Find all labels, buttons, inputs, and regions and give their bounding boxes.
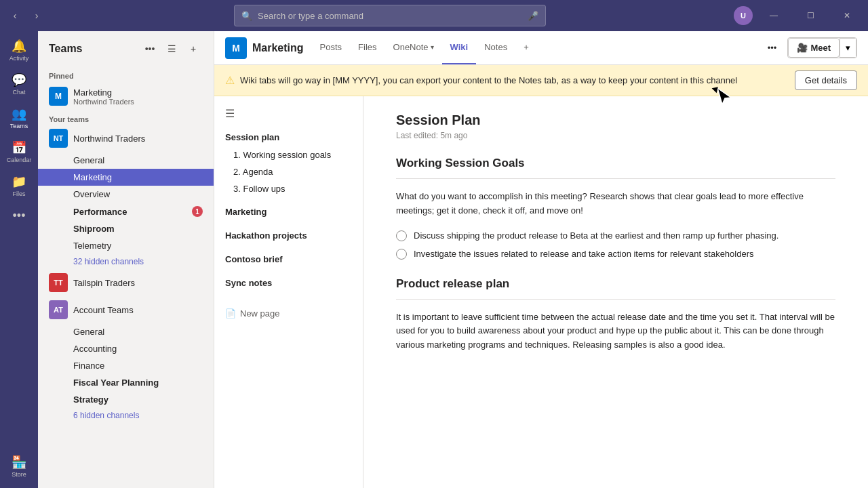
channel-account-general[interactable]: General xyxy=(38,323,214,340)
avatar[interactable]: U xyxy=(734,6,753,25)
channel-performance[interactable]: Performance 1 xyxy=(38,203,214,220)
team-account: AT Account Teams ••• General Accounting … xyxy=(38,296,214,423)
search-icon: 🔍 xyxy=(241,11,252,21)
wiki-section-title-session-plan[interactable]: Session plan xyxy=(214,128,363,146)
meet-button[interactable]: 🎥 Meet xyxy=(788,38,840,58)
titlebar: ‹ › 🔍 🎤 U — ☐ ✕ xyxy=(0,0,868,31)
channel-overview[interactable]: Overview xyxy=(38,186,214,203)
wiki-sidebar-header: ☰ xyxy=(214,102,363,125)
channel-finance[interactable]: Finance xyxy=(38,357,214,374)
warning-icon: ⚠ xyxy=(225,74,235,87)
meet-dropdown-button[interactable]: ▾ xyxy=(840,38,856,58)
channel-header-icon: M xyxy=(225,37,247,59)
sidebar-content: Pinned M Marketing Northwind Traders You… xyxy=(38,64,214,488)
channel-shiproom[interactable]: Shiproom xyxy=(38,220,214,237)
channel-accounting[interactable]: Accounting xyxy=(38,340,214,357)
your-teams-label: Your teams xyxy=(38,110,214,125)
maximize-button[interactable]: ☐ xyxy=(795,0,826,31)
activity-label: Activity xyxy=(9,55,29,62)
tab-onenote[interactable]: OneNote▾ xyxy=(385,31,442,64)
sidebar-item-store[interactable]: 🏪 Store xyxy=(3,450,35,483)
nav-rail: 🔔 Activity 💬 Chat 👥 Teams 📅 Calendar 📁 F… xyxy=(0,31,38,488)
channel-telemetry[interactable]: Telemetry xyxy=(38,237,214,254)
forward-button[interactable]: › xyxy=(27,6,46,25)
wiki-section-title-marketing[interactable]: Marketing xyxy=(214,203,363,221)
wiki-paragraph-product: It is important to leave sufficient time… xyxy=(396,310,835,352)
channel-general[interactable]: General xyxy=(38,152,214,169)
back-button[interactable]: ‹ xyxy=(5,6,24,25)
filter-button[interactable]: ☰ xyxy=(162,39,181,58)
sidebar-item-teams[interactable]: 👥 Teams xyxy=(3,102,35,134)
wiki-divider-2 xyxy=(396,299,835,300)
main-layout: 🔔 Activity 💬 Chat 👥 Teams 📅 Calendar 📁 F… xyxy=(0,31,868,488)
more-apps-button[interactable]: ••• xyxy=(3,203,35,228)
meet-button-group: 🎥 Meet ▾ xyxy=(787,37,857,58)
pinned-label: Pinned xyxy=(49,72,203,80)
account-hidden-channels[interactable]: 6 hidden channels xyxy=(38,408,214,423)
performance-badge: 1 xyxy=(192,206,203,217)
new-page-button[interactable]: 📄 New page xyxy=(225,308,352,319)
sidebar: Teams ••• ☰ + Pinned M Marketing Northwi… xyxy=(38,31,214,488)
tab-add[interactable]: + xyxy=(515,31,537,64)
add-team-button[interactable]: + xyxy=(184,39,203,58)
wiki-subsection-agenda[interactable]: 2. Agenda xyxy=(214,163,363,180)
pinned-name: Marketing xyxy=(73,87,134,98)
minimize-button[interactable]: — xyxy=(758,0,789,31)
mic-icon: 🎤 xyxy=(528,11,538,21)
wiki-checkbox-label-2: Investigate the issues related to releas… xyxy=(414,247,754,261)
more-options-channel-button[interactable]: ••• xyxy=(760,39,785,57)
search-input[interactable] xyxy=(258,11,522,21)
search-bar[interactable]: 🔍 🎤 xyxy=(234,5,546,26)
tab-onenote-label: OneNote xyxy=(393,42,429,52)
sidebar-header: Teams ••• ☰ + xyxy=(38,31,214,64)
warning-text: Wiki tabs will go way in [MM YYYY], you … xyxy=(240,75,789,85)
tailspin-icon: TT xyxy=(49,273,68,292)
calendar-icon: 📅 xyxy=(12,140,26,155)
northwind-hidden-channels[interactable]: 32 hidden channels xyxy=(38,254,214,269)
channel-marketing[interactable]: Marketing xyxy=(38,169,214,186)
channel-fiscal[interactable]: Fiscal Year Planning xyxy=(38,374,214,391)
tab-notes[interactable]: Notes xyxy=(476,31,515,64)
pinned-section: Pinned M Marketing Northwind Traders xyxy=(38,64,214,110)
wiki-subsection-working-goals[interactable]: 1. Working session goals xyxy=(214,146,363,163)
team-tailspin-header[interactable]: TT Tailspin Traders ••• xyxy=(38,269,214,296)
tab-wiki-label: Wiki xyxy=(450,42,469,52)
titlebar-right: U — ☐ ✕ xyxy=(734,0,863,31)
channel-strategy[interactable]: Strategy xyxy=(38,391,214,408)
northwind-icon: NT xyxy=(49,129,68,148)
northwind-name: Northwind Traders xyxy=(73,134,187,144)
close-button[interactable]: ✕ xyxy=(831,0,863,31)
sidebar-item-files[interactable]: 📁 Files xyxy=(3,169,35,202)
channel-performance-label: Performance xyxy=(73,207,127,217)
tab-files[interactable]: Files xyxy=(350,31,384,64)
new-page-container: 📄 New page xyxy=(214,300,363,327)
wiki-section-title-hackathon[interactable]: Hackathon projects xyxy=(214,226,363,245)
tab-posts[interactable]: Posts xyxy=(312,31,351,64)
account-name: Account Teams xyxy=(73,305,187,315)
wiki-checkbox-2[interactable] xyxy=(396,249,407,260)
get-details-button[interactable]: Get details xyxy=(795,70,857,90)
nav-rail-bottom: 🏪 Store xyxy=(3,450,35,488)
wiki-menu-icon[interactable]: ☰ xyxy=(225,107,235,120)
more-options-button[interactable]: ••• xyxy=(140,39,159,58)
wiki-divider-1 xyxy=(396,178,835,179)
new-page-label: New page xyxy=(240,308,280,319)
chat-icon: 💬 xyxy=(12,73,26,87)
team-account-header[interactable]: AT Account Teams ••• xyxy=(38,296,214,323)
wiki-checkbox-1[interactable] xyxy=(396,230,407,241)
team-northwind-header[interactable]: NT Northwind Traders ••• xyxy=(38,125,214,152)
wiki-last-edited: Last edited: 5m ago xyxy=(396,131,835,140)
wiki-section-contoso: Contoso brief xyxy=(214,247,363,271)
wiki-section-title-sync-notes[interactable]: Sync notes xyxy=(214,274,363,292)
pinned-item-info: Marketing Northwind Traders xyxy=(73,87,134,106)
sidebar-item-calendar[interactable]: 📅 Calendar xyxy=(3,136,35,168)
tab-wiki[interactable]: Wiki xyxy=(442,31,477,64)
team-northwind: NT Northwind Traders ••• General Marketi… xyxy=(38,125,214,269)
pinned-marketing[interactable]: M Marketing Northwind Traders xyxy=(49,83,203,110)
warning-banner: ⚠ Wiki tabs will go way in [MM YYYY], yo… xyxy=(214,65,868,96)
wiki-subsection-followups[interactable]: 3. Follow ups xyxy=(214,180,363,197)
sidebar-item-chat[interactable]: 💬 Chat xyxy=(3,68,35,100)
sidebar-item-activity[interactable]: 🔔 Activity xyxy=(3,34,35,66)
wiki-section-title-contoso[interactable]: Contoso brief xyxy=(214,250,363,268)
add-tab-icon: + xyxy=(524,42,529,52)
